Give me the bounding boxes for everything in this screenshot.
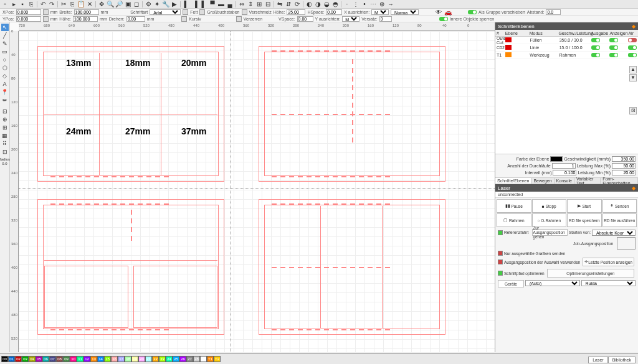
close-icon[interactable]: ◆ bbox=[632, 24, 636, 29]
bool1-icon[interactable]: ◐ bbox=[305, 1, 313, 8]
group-icon[interactable]: ⊞ bbox=[255, 1, 263, 8]
lock-inner-toggle[interactable] bbox=[439, 17, 448, 21]
color-29[interactable]: 29 bbox=[200, 356, 207, 362]
send-button[interactable]: ↟ Senden bbox=[602, 199, 637, 213]
zoom-out-icon[interactable]: 🔎 bbox=[115, 1, 123, 8]
design-panel-3[interactable] bbox=[37, 199, 224, 335]
undo-icon[interactable]: ↶ bbox=[39, 1, 47, 8]
color-21[interactable]: 21 bbox=[145, 356, 152, 362]
layer-color-swatch[interactable] bbox=[550, 156, 563, 162]
color-00[interactable]: 00 bbox=[1, 356, 8, 362]
distort-icon[interactable] bbox=[236, 16, 242, 22]
color-17[interactable]: 17 bbox=[118, 356, 125, 362]
color-T1[interactable]: T1 bbox=[207, 356, 214, 362]
rdrun-button[interactable]: RD file ausführen bbox=[602, 213, 637, 227]
edit-tool-icon[interactable]: ◇ bbox=[1, 72, 9, 80]
color-11[interactable]: 11 bbox=[77, 356, 83, 362]
versatz-input[interactable] bbox=[379, 16, 392, 22]
normal-select[interactable]: Normal bbox=[391, 9, 419, 15]
more1-icon[interactable]: ⋯ bbox=[369, 1, 377, 8]
grid-tool-icon[interactable]: ⊞ bbox=[1, 124, 9, 131]
oframe-button[interactable]: ○ O-Rahmen bbox=[532, 213, 567, 227]
halign-select[interactable]: Mitte bbox=[371, 9, 389, 15]
pmin-input[interactable] bbox=[612, 170, 636, 175]
save-icon[interactable]: ▪ bbox=[19, 1, 26, 8]
xpos-input[interactable] bbox=[16, 9, 41, 15]
layer-row[interactable]: Outer CutFüllen350.0 / 30.0 bbox=[495, 37, 638, 44]
reffahrt-check[interactable] bbox=[498, 230, 503, 235]
bool3-icon[interactable]: ◒ bbox=[323, 1, 330, 8]
color-03[interactable]: 03 bbox=[22, 356, 29, 362]
paste-icon[interactable]: 📋 bbox=[77, 1, 85, 8]
italic-icon[interactable] bbox=[181, 16, 187, 22]
offset-tool-icon[interactable]: ⊡ bbox=[1, 108, 9, 115]
bold-icon[interactable] bbox=[183, 9, 188, 15]
import-icon[interactable]: ⎘ bbox=[27, 1, 35, 8]
start-button[interactable]: ▶ Start bbox=[567, 199, 602, 213]
color-07[interactable]: 07 bbox=[49, 356, 56, 362]
frame-button[interactable]: ▢ Rahmen bbox=[497, 213, 531, 227]
rotate-icon[interactable]: ⟳ bbox=[293, 1, 301, 8]
tab-library[interactable]: Bibliothek bbox=[608, 357, 636, 363]
copy-icon[interactable]: ⎘ bbox=[69, 1, 76, 8]
line-tool-icon[interactable]: ╱ bbox=[1, 32, 9, 39]
dots-icon[interactable]: • bbox=[361, 1, 368, 8]
color-08[interactable]: 08 bbox=[56, 356, 63, 362]
color-22[interactable]: 22 bbox=[152, 356, 159, 362]
color-19[interactable]: 19 bbox=[131, 356, 138, 362]
weld-tool-icon[interactable]: ⊕ bbox=[1, 116, 9, 123]
canvas[interactable]: 13mm 18mm 20mm 24mm 27mm 37mm bbox=[19, 31, 495, 352]
redo-icon[interactable]: ↷ bbox=[48, 1, 55, 8]
ungroup-icon[interactable]: ⊟ bbox=[264, 1, 272, 8]
new-icon[interactable]: ▫ bbox=[1, 1, 9, 8]
tab-2[interactable]: Konsole bbox=[555, 178, 574, 184]
speed-input[interactable] bbox=[612, 156, 636, 162]
bool4-icon[interactable]: ◓ bbox=[331, 1, 339, 8]
color-23[interactable]: 23 bbox=[159, 356, 166, 362]
zoom-in-icon[interactable]: 🔍 bbox=[107, 1, 114, 8]
color-T2[interactable]: T2 bbox=[214, 356, 221, 362]
poly-tool-icon[interactable]: ⬡ bbox=[1, 64, 9, 72]
design-panel-4[interactable] bbox=[259, 199, 445, 335]
color-13[interactable]: 13 bbox=[90, 356, 97, 362]
ypos-input[interactable] bbox=[16, 16, 41, 22]
color-25[interactable]: 25 bbox=[173, 356, 179, 362]
color-12[interactable]: 12 bbox=[83, 356, 90, 362]
interval-input[interactable] bbox=[553, 170, 576, 175]
origin-button[interactable]: Zur Ausgangsposition gehen bbox=[532, 229, 568, 236]
color-16[interactable]: 16 bbox=[111, 356, 118, 362]
valign-select[interactable]: Mitte bbox=[342, 16, 359, 22]
layer-opts-icon[interactable]: ⊡ bbox=[629, 107, 637, 114]
select-tool-icon[interactable]: ↖ bbox=[1, 24, 9, 31]
bool2-icon[interactable]: ◑ bbox=[314, 1, 321, 8]
rect-tool-icon[interactable]: ▭ bbox=[1, 48, 9, 55]
optimize-button[interactable]: Optimierungseinstellungen bbox=[547, 269, 634, 278]
preview-icon[interactable]: ▶ bbox=[171, 1, 178, 8]
eye-icon[interactable]: 👁 bbox=[435, 8, 442, 16]
car-icon[interactable]: 🚗 bbox=[444, 8, 452, 16]
vspace-input[interactable] bbox=[297, 16, 313, 22]
width-input[interactable] bbox=[74, 9, 99, 15]
chk1[interactable] bbox=[498, 251, 503, 256]
design-panel-1[interactable]: 13mm 18mm 20mm 24mm 27mm 37mm bbox=[37, 46, 224, 182]
dist-v-icon[interactable]: ⇕ bbox=[247, 1, 254, 8]
color-10[interactable]: 10 bbox=[70, 356, 77, 362]
height-input[interactable] bbox=[73, 16, 98, 22]
color-26[interactable]: 26 bbox=[179, 356, 186, 362]
settings-icon[interactable]: ⚙ bbox=[145, 1, 152, 8]
stop-button[interactable]: ■ Stopp bbox=[532, 199, 567, 213]
cut-icon[interactable]: ✂ bbox=[60, 1, 67, 8]
dist-h-icon[interactable]: ⇔ bbox=[238, 1, 245, 8]
font-ht-input[interactable] bbox=[287, 9, 305, 15]
pencil-tool-icon[interactable]: ✏ bbox=[1, 96, 9, 104]
color-06[interactable]: 06 bbox=[42, 356, 49, 362]
color-27[interactable]: 27 bbox=[186, 356, 193, 362]
layer-up-icon[interactable]: ▲ bbox=[629, 66, 637, 73]
layer-row[interactable]: C02Linie15.0 / 100.0 bbox=[495, 44, 638, 52]
canvas-area[interactable]: 7206806406005605204804404003603202802402… bbox=[10, 22, 495, 352]
tab-1[interactable]: Bewegen bbox=[531, 178, 554, 184]
show-last-button[interactable]: ✛ Letzte Position anzeigen bbox=[583, 258, 634, 266]
measure-tool-icon[interactable]: ⊡ bbox=[1, 148, 9, 156]
color-09[interactable]: 09 bbox=[63, 356, 70, 362]
rdsave-button[interactable]: RD file speichern bbox=[567, 213, 602, 227]
